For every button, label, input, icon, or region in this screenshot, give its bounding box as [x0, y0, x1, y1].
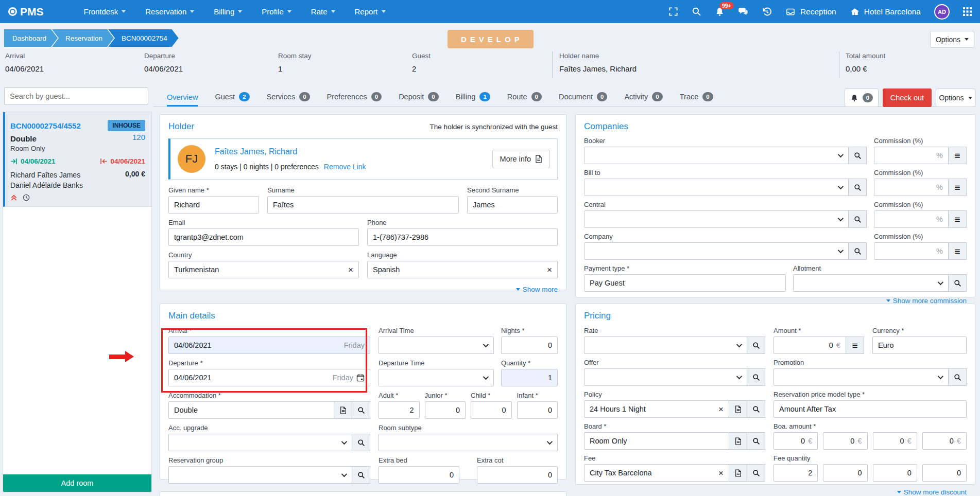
guest-search-input[interactable]	[10, 92, 143, 100]
allotment-search-button[interactable]	[948, 274, 967, 292]
promotion-select[interactable]	[773, 368, 949, 386]
tab-guest[interactable]: Guest2	[215, 92, 249, 107]
policy-search-button[interactable]	[747, 400, 765, 418]
second-surname-input[interactable]	[473, 201, 552, 209]
child-input[interactable]: 0	[471, 401, 512, 419]
reservation-group-search-button[interactable]	[352, 466, 370, 484]
fee-quantity-input-4[interactable]: 0	[922, 464, 967, 482]
boa-amount-input-4[interactable]: 0€	[922, 432, 967, 450]
search-icon[interactable]	[692, 7, 701, 16]
board-input[interactable]: Room Only	[584, 432, 729, 450]
history-icon[interactable]	[762, 7, 772, 17]
reception-button[interactable]: Reception	[785, 7, 836, 16]
alarms-button[interactable]: 0	[845, 88, 879, 107]
accommodation-detail-button[interactable]	[334, 401, 352, 419]
tab-trace[interactable]: Trace0	[680, 92, 713, 107]
company-commission-menu-button[interactable]: ≡	[948, 242, 967, 260]
add-room-button[interactable]: Add room	[3, 474, 151, 492]
acc-upgrade-select[interactable]	[168, 434, 352, 451]
remove-link-button[interactable]: Remove Link	[324, 163, 366, 171]
tab-activity[interactable]: Activity0	[624, 92, 662, 107]
central-select[interactable]	[584, 210, 849, 228]
hotel-button[interactable]: Hotel Barcelona	[850, 7, 921, 16]
boa-amount-input-3[interactable]: 0€	[873, 432, 917, 450]
board-search-button[interactable]	[747, 432, 765, 450]
surname-input[interactable]	[273, 201, 453, 209]
booker-commission-input[interactable]: %	[874, 147, 949, 164]
fee-detail-button[interactable]	[729, 464, 747, 482]
adult-input[interactable]: 2	[379, 401, 420, 419]
country-input[interactable]: Turkmenistan ×	[168, 261, 359, 278]
fee-quantity-input-3[interactable]: 0	[873, 464, 917, 482]
nights-input[interactable]: 0	[501, 336, 558, 354]
offer-search-button[interactable]	[747, 368, 765, 386]
currency-input[interactable]: Euro	[872, 336, 967, 354]
fullscreen-icon[interactable]	[668, 7, 678, 16]
booker-search-button[interactable]	[848, 147, 867, 164]
policy-input[interactable]: 24 Hours 1 Night ×	[584, 400, 729, 418]
check-out-button[interactable]: Check out	[883, 88, 932, 107]
central-commission-input[interactable]: %	[874, 210, 949, 228]
extra-cot-input[interactable]: 0	[477, 466, 558, 484]
notifications-bell-icon[interactable]: 99+	[715, 7, 725, 17]
tab-options-button[interactable]: Options	[936, 88, 975, 107]
bill-to-search-button[interactable]	[848, 179, 867, 196]
reservation-group-select[interactable]	[168, 466, 352, 484]
holder-show-more-link[interactable]: Show more	[516, 286, 558, 293]
fee-input[interactable]: City Tax Barcelona ×	[584, 464, 729, 482]
pms-logo[interactable]: PMS	[8, 6, 44, 18]
bill-to-select[interactable]	[584, 179, 849, 196]
menu-report[interactable]: Report	[355, 7, 386, 16]
clock-icon[interactable]	[23, 194, 30, 201]
accommodation-search-button[interactable]	[352, 401, 370, 419]
infant-input[interactable]: 0	[517, 401, 558, 419]
bill-to-commission-input[interactable]: %	[874, 179, 949, 196]
amount-input[interactable]: 0 €	[773, 336, 846, 354]
promotion-search-button[interactable]	[948, 368, 967, 386]
accommodation-input[interactable]: Double	[168, 401, 334, 419]
central-commission-menu-button[interactable]: ≡	[948, 210, 967, 228]
show-more-discount-link[interactable]: Show more discount	[897, 488, 967, 496]
reservation-room-card[interactable]: BCN00002754/4552 INHOUSE Double 120 Room…	[3, 112, 151, 207]
extra-bed-input[interactable]: 0	[379, 466, 459, 484]
arrival-date-input[interactable]: 04/06/2021 Friday	[168, 336, 370, 354]
collapse-up-icon[interactable]	[10, 194, 18, 201]
breadcrumb-dashboard[interactable]: Dashboard	[4, 29, 58, 47]
offer-select[interactable]	[584, 368, 747, 386]
chat-icon[interactable]	[738, 7, 748, 16]
boa-amount-input-2[interactable]: 0€	[823, 432, 867, 450]
junior-input[interactable]: 0	[425, 401, 466, 419]
clear-icon[interactable]: ×	[348, 265, 353, 274]
arrival-time-select[interactable]	[379, 336, 494, 354]
menu-profile[interactable]: Profile	[262, 7, 291, 16]
fee-quantity-input-1[interactable]: 2	[773, 464, 818, 482]
more-info-button[interactable]: More info	[492, 150, 550, 168]
fee-quantity-input-2[interactable]: 0	[823, 464, 867, 482]
price-model-input[interactable]: Amount After Tax	[773, 400, 967, 418]
user-avatar[interactable]: AD	[934, 4, 950, 20]
calendar-icon[interactable]	[356, 374, 365, 382]
allotment-select[interactable]	[793, 274, 949, 292]
breadcrumb-current[interactable]: BCN00002754	[108, 29, 179, 47]
menu-rate[interactable]: Rate	[311, 7, 335, 16]
board-detail-button[interactable]	[729, 432, 747, 450]
menu-frontdesk[interactable]: Frontdesk	[84, 7, 126, 16]
departure-date-input[interactable]: 04/06/2021 Friday	[168, 369, 370, 386]
payment-type-input[interactable]	[590, 279, 780, 287]
tab-document[interactable]: Document0	[559, 92, 608, 107]
clear-icon[interactable]: ×	[547, 265, 552, 274]
rate-select[interactable]	[584, 336, 747, 354]
tab-preferences[interactable]: Preferences0	[327, 92, 382, 107]
clear-icon[interactable]: ×	[718, 405, 724, 414]
tab-route[interactable]: Route0	[507, 92, 542, 107]
clear-icon[interactable]: ×	[718, 469, 724, 477]
header-options-button[interactable]: Options	[930, 31, 974, 48]
departure-time-select[interactable]	[379, 369, 494, 386]
boa-amount-input-1[interactable]: 0€	[773, 432, 818, 450]
room-subtype-select[interactable]	[379, 434, 558, 451]
phone-input[interactable]	[373, 233, 552, 241]
tab-services[interactable]: Services0	[267, 92, 310, 107]
company-select[interactable]	[584, 242, 849, 260]
tab-deposit[interactable]: Deposit0	[399, 92, 439, 107]
central-search-button[interactable]	[848, 210, 867, 228]
